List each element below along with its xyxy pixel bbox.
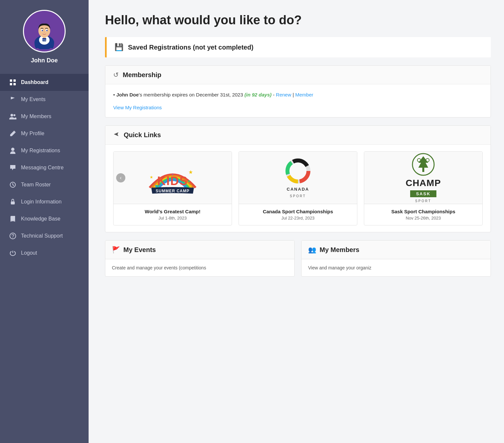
- sask-sport-name: Sask Sport Championships: [368, 209, 479, 214]
- quick-links-card: Quick Links ‹: [105, 125, 491, 232]
- avatar: TCH: [23, 10, 66, 53]
- my-members-card: 👥 My Members View and manage your organi…: [301, 240, 491, 277]
- sidebar-item-my-members[interactable]: My Members: [0, 108, 89, 125]
- membership-card-title: Membership: [123, 71, 161, 79]
- person-icon: [9, 147, 16, 154]
- view-registrations-link[interactable]: View My Registrations: [113, 105, 162, 110]
- svg-text:★: ★: [188, 169, 193, 175]
- svg-rect-12: [13, 79, 16, 82]
- people-icon: [9, 113, 16, 120]
- canada-sport-logo: CANADA SPORT: [239, 152, 357, 204]
- sidebar-item-label: Logout: [21, 250, 37, 256]
- membership-expiry-text: • John Doe's membership expires on Decem…: [113, 91, 483, 99]
- svg-point-15: [10, 114, 13, 116]
- sidebar-item-label: Messaging Centre: [21, 165, 64, 171]
- canada-sport-info: Canada Sport Championships Jul 22-23rd, …: [239, 204, 357, 225]
- chat-icon: [9, 164, 16, 171]
- svg-rect-19: [11, 201, 15, 204]
- quick-links-title: Quick Links: [124, 131, 161, 139]
- my-members-card-header: 👥 My Members: [302, 241, 491, 259]
- sask-sport-image: CHAMP SASK SPORT: [364, 152, 482, 204]
- saved-registrations-banner: 💾 Saved Registrations (not yet completed…: [105, 37, 491, 57]
- lock-icon: [9, 198, 16, 205]
- sidebar-item-dashboard[interactable]: Dashboard: [0, 74, 89, 91]
- my-members-body: View and manage your organiz: [302, 259, 491, 276]
- page-title: Hello, what would you like to do?: [105, 13, 491, 27]
- expiry-days: (in 92 days): [244, 92, 272, 97]
- kids-camp-image: ‹ ★ ★ KIDS: [114, 152, 232, 204]
- canada-sport-name: Canada Sport Championships: [242, 209, 354, 214]
- my-members-icon: 👥: [308, 246, 316, 254]
- flag-icon: [9, 96, 16, 103]
- renew-link[interactable]: Renew: [276, 92, 291, 97]
- membership-card-body: • John Doe's membership expires on Decem…: [105, 84, 491, 117]
- membership-card-header: ↺ Membership: [105, 66, 491, 84]
- sidebar-item-login-information[interactable]: Login Information: [0, 193, 89, 210]
- bottom-cards: 🚩 My Events Create and manage your event…: [105, 240, 491, 277]
- my-events-card: 🚩 My Events Create and manage your event…: [105, 240, 295, 277]
- sidebar-item-my-profile[interactable]: My Profile: [0, 125, 89, 142]
- sidebar-item-technical-support[interactable]: Technical Support: [0, 227, 89, 244]
- sidebar-item-knowledge-base[interactable]: Knowledge Base: [0, 210, 89, 227]
- quick-link-sask-sport[interactable]: CHAMP SASK SPORT Sask Sport Championship…: [364, 151, 483, 225]
- book-icon: [9, 215, 16, 222]
- svg-point-26: [155, 185, 157, 187]
- svg-point-27: [159, 180, 160, 182]
- my-events-title: My Events: [123, 246, 156, 254]
- svg-point-9: [42, 30, 43, 31]
- quick-links-grid: ‹ ★ ★ KIDS: [113, 151, 483, 225]
- sask-bar: SASK: [410, 190, 436, 197]
- svg-point-39: [426, 158, 429, 162]
- edit-icon: [9, 130, 16, 137]
- member-link[interactable]: Member: [295, 92, 313, 97]
- svg-rect-14: [13, 83, 16, 85]
- svg-point-20: [10, 233, 16, 239]
- sidebar-nav: Dashboard My Events My Members: [0, 74, 89, 262]
- sidebar-item-my-registrations[interactable]: My Registrations: [0, 142, 89, 159]
- quick-links-card-header: Quick Links: [105, 126, 491, 145]
- sidebar-item-label: Team Roster: [21, 182, 51, 188]
- quick-link-kids-camp[interactable]: ‹ ★ ★ KIDS: [113, 151, 232, 225]
- sask-sport-date: Nov 25-26th, 2023: [368, 216, 479, 221]
- sidebar-item-label: Dashboard: [21, 79, 49, 85]
- sidebar-item-label: My Events: [21, 96, 46, 102]
- sidebar-item-label: Technical Support: [21, 233, 63, 239]
- quick-links-icon: [113, 131, 120, 139]
- sport-label: SPORT: [415, 199, 431, 203]
- canada-sport-image: CANADA SPORT: [239, 152, 357, 204]
- svg-point-17: [11, 148, 14, 151]
- svg-text:KIDS: KIDS: [157, 174, 188, 188]
- svg-point-28: [188, 180, 190, 182]
- sidebar-item-label: My Members: [21, 114, 51, 119]
- membership-icon: ↺: [113, 71, 119, 79]
- kids-camp-info: World's Greatest Camp! Jul 1-8th, 2023: [114, 204, 232, 225]
- canada-sport-sub: SPORT: [290, 194, 306, 198]
- sidebar-item-team-roster[interactable]: Team Roster: [0, 176, 89, 193]
- sidebar-item-messaging-centre[interactable]: Messaging Centre: [0, 159, 89, 176]
- svg-point-29: [190, 185, 192, 187]
- sidebar-username: John Doe: [31, 57, 58, 64]
- svg-point-38: [417, 158, 421, 162]
- grid-icon: [9, 79, 16, 86]
- sidebar-item-logout[interactable]: Logout: [0, 244, 89, 262]
- kids-camp-name: World's Greatest Camp!: [117, 209, 228, 214]
- my-members-title: My Members: [320, 246, 359, 254]
- quick-link-canada-sport[interactable]: CANADA SPORT Canada Sport Championships …: [239, 151, 357, 225]
- my-events-card-header: 🚩 My Events: [105, 241, 294, 259]
- svg-point-10: [46, 30, 48, 31]
- my-members-description: View and manage your organiz: [308, 265, 484, 270]
- saved-registrations-text: Saved Registrations (not yet completed): [128, 44, 253, 51]
- save-icon: 💾: [115, 43, 123, 52]
- sidebar-item-label: My Registrations: [21, 148, 60, 154]
- svg-text:SUMMER CAMP: SUMMER CAMP: [156, 189, 190, 193]
- clock-icon: [9, 181, 16, 188]
- sidebar-item-my-events[interactable]: My Events: [0, 91, 89, 108]
- champ-text: CHAMP: [406, 178, 441, 188]
- sidebar-item-label: Login Information: [21, 199, 62, 205]
- my-events-icon: 🚩: [112, 246, 120, 254]
- sask-sport-logo: CHAMP SASK SPORT: [364, 152, 482, 204]
- canada-sport-label: CANADA: [287, 187, 309, 192]
- carousel-prev-button[interactable]: ‹: [116, 173, 125, 182]
- svg-point-30: [172, 174, 173, 175]
- sask-sport-info: Sask Sport Championships Nov 25-26th, 20…: [364, 204, 482, 225]
